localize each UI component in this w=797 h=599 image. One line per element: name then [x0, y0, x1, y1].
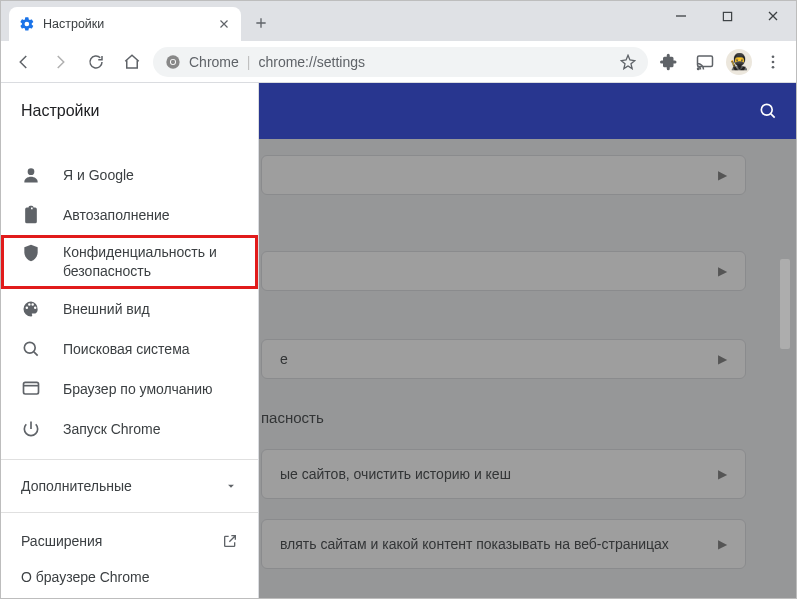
sidebar-item-autofill[interactable]: Автозаполнение [1, 195, 258, 235]
svg-point-6 [772, 55, 775, 58]
page-content: ▶ ▶ е ▶ пасность ые сайтов, очистить ист… [1, 83, 796, 599]
sidebar-nav: Я и Google Автозаполнение Конфиденциальн… [1, 139, 258, 599]
tab-title: Настройки [43, 17, 104, 31]
sidebar-separator [1, 459, 258, 460]
sidebar-item-appearance[interactable]: Внешний вид [1, 289, 258, 329]
sidebar-separator [1, 512, 258, 513]
sidebar-advanced-toggle[interactable]: Дополнительные [1, 470, 258, 502]
reload-button[interactable] [81, 47, 111, 77]
bookmark-star-icon[interactable] [620, 54, 636, 70]
sidebar-item-label: Поисковая система [63, 341, 190, 357]
svg-rect-12 [24, 382, 39, 394]
svg-rect-0 [723, 12, 731, 20]
profile-avatar[interactable]: 🥷 [726, 49, 752, 75]
window-controls [658, 1, 796, 31]
settings-sidebar: Настройки Я и Google Автозаполнение Конф… [1, 83, 259, 599]
chrome-logo-icon [165, 54, 181, 70]
chevron-down-icon [224, 479, 238, 493]
sidebar-item-on-startup[interactable]: Запуск Chrome [1, 409, 258, 449]
svg-point-7 [772, 60, 775, 63]
menu-button[interactable] [758, 47, 788, 77]
browser-tab[interactable]: Настройки [9, 7, 241, 41]
minimize-button[interactable] [658, 1, 704, 31]
window-titlebar: Настройки [1, 1, 796, 41]
power-icon [21, 419, 41, 439]
palette-icon [21, 299, 41, 319]
sidebar-about-label: О браузере Chrome [21, 569, 150, 585]
sidebar-item-default-browser[interactable]: Браузер по умолчанию [1, 369, 258, 409]
address-bar[interactable]: Chrome | chrome://settings [153, 47, 648, 77]
sidebar-extensions-label: Расширения [21, 533, 102, 549]
sidebar-item-label: Запуск Chrome [63, 421, 160, 437]
svg-point-5 [698, 68, 700, 70]
sidebar-item-label: Браузер по умолчанию [63, 381, 213, 397]
sidebar-item-label: Конфиденциальность и безопасность [63, 243, 238, 281]
cast-button[interactable] [690, 47, 720, 77]
omnibox-url: chrome://settings [258, 54, 365, 70]
close-icon[interactable] [217, 17, 231, 31]
page-scrollbar[interactable] [778, 139, 792, 599]
search-icon [21, 339, 41, 359]
browser-toolbar: Chrome | chrome://settings 🥷 [1, 41, 796, 83]
sidebar-title: Настройки [1, 83, 258, 139]
forward-button[interactable] [45, 47, 75, 77]
svg-point-11 [24, 342, 35, 353]
search-icon[interactable] [758, 101, 778, 121]
svg-rect-4 [698, 56, 713, 67]
window-close-button[interactable] [750, 1, 796, 31]
home-button[interactable] [117, 47, 147, 77]
clipboard-icon [21, 205, 41, 225]
person-icon [21, 165, 41, 185]
shield-icon [21, 243, 41, 263]
open-in-new-icon [222, 533, 238, 549]
sidebar-item-extensions[interactable]: Расширения [1, 523, 258, 559]
svg-point-8 [772, 65, 775, 68]
sidebar-item-about-chrome[interactable]: О браузере Chrome [1, 559, 258, 595]
omnibox-separator: | [247, 54, 251, 70]
sidebar-advanced-label: Дополнительные [21, 478, 132, 494]
browser-icon [21, 379, 41, 399]
gear-icon [19, 16, 35, 32]
sidebar-item-you-and-google[interactable]: Я и Google [1, 155, 258, 195]
scrollbar-thumb[interactable] [780, 259, 790, 349]
svg-point-10 [28, 168, 35, 175]
omnibox-origin: Chrome [189, 54, 239, 70]
sidebar-item-label: Я и Google [63, 167, 134, 183]
maximize-button[interactable] [704, 1, 750, 31]
svg-point-3 [171, 59, 175, 63]
back-button[interactable] [9, 47, 39, 77]
sidebar-item-label: Автозаполнение [63, 207, 170, 223]
svg-point-9 [761, 104, 772, 115]
sidebar-item-label: Внешний вид [63, 301, 150, 317]
sidebar-item-privacy-security[interactable]: Конфиденциальность и безопасность [1, 235, 258, 289]
new-tab-button[interactable] [247, 9, 275, 37]
sidebar-item-search-engine[interactable]: Поисковая система [1, 329, 258, 369]
extensions-button[interactable] [654, 47, 684, 77]
